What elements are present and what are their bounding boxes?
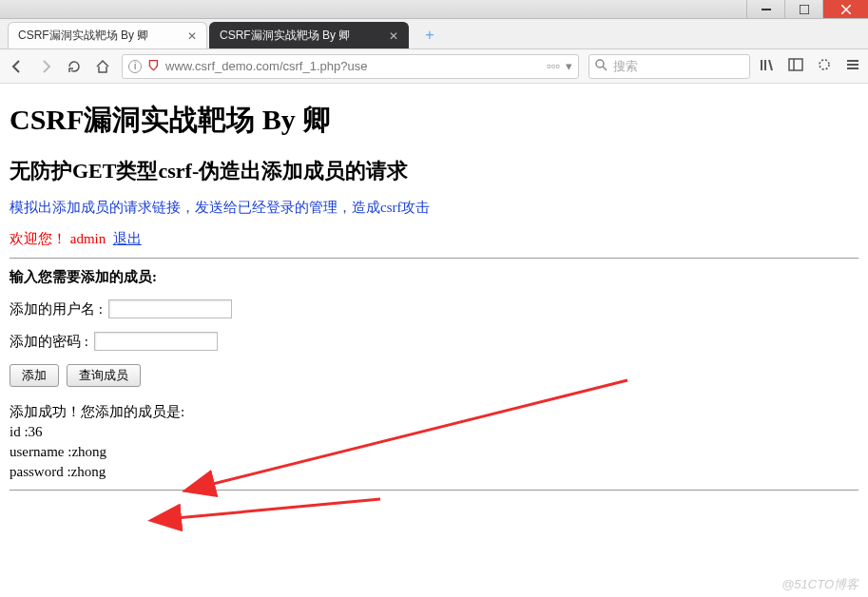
close-icon[interactable]: ✕ [187, 29, 197, 43]
svg-rect-0 [762, 9, 771, 10]
password-label: 添加的密码 : [10, 333, 88, 351]
form-title: 输入您需要添加的成员: [10, 268, 858, 286]
tab-title: CSRF漏洞实战靶场 By 卿 [220, 28, 350, 44]
home-button[interactable] [93, 59, 112, 74]
page-content: CSRF漏洞实战靶场 By 卿 无防护GET类型csrf-伪造出添加成员的请求 … [0, 84, 868, 504]
browser-tab-inactive[interactable]: CSRF漏洞实战靶场 By 卿 ✕ [209, 22, 409, 48]
security-warning-icon: ⛉ [147, 59, 160, 73]
page-action-icon[interactable]: ▫▫▫ [547, 59, 560, 73]
page-subtitle: 无防护GET类型csrf-伪造出添加成员的请求 [10, 157, 858, 185]
page-title: CSRF漏洞实战靶场 By 卿 [10, 101, 858, 140]
extension-icon[interactable] [817, 57, 832, 75]
description-text: 模拟出添加成员的请求链接，发送给已经登录的管理，造成csrf攻击 [10, 199, 858, 217]
svg-point-11 [820, 60, 829, 69]
dropdown-icon[interactable]: ▾ [566, 59, 572, 73]
svg-rect-9 [789, 59, 802, 70]
forward-button[interactable] [36, 59, 55, 74]
result-block: 添加成功！您添加的成员是: id :36 username :zhong pas… [10, 402, 858, 482]
svg-rect-1 [800, 5, 809, 14]
info-icon[interactable]: i [128, 60, 142, 73]
welcome-user: admin [70, 231, 106, 246]
result-username-line: username :zhong [10, 442, 858, 462]
browser-tab-active[interactable]: CSRF漏洞实战靶场 By 卿 ✕ [8, 22, 207, 48]
new-tab-button[interactable]: + [416, 24, 443, 47]
password-input[interactable] [94, 332, 218, 351]
svg-line-8 [769, 60, 772, 70]
welcome-prefix: 欢迎您！ [10, 231, 70, 246]
window-maximize-button[interactable] [784, 0, 822, 18]
watermark: @51CTO博客 [781, 576, 858, 593]
username-input[interactable] [108, 299, 232, 318]
tab-title: CSRF漏洞实战靶场 By 卿 [18, 28, 148, 44]
window-titlebar [0, 0, 868, 19]
back-button[interactable] [8, 59, 27, 74]
search-box[interactable]: 搜索 [588, 54, 750, 79]
result-success: 添加成功！您添加的成员是: [10, 402, 858, 422]
result-id-line: id :36 [10, 422, 858, 442]
search-placeholder: 搜索 [613, 58, 638, 75]
search-icon [595, 59, 608, 74]
divider [10, 490, 858, 491]
logout-link[interactable]: 退出 [113, 231, 142, 246]
browser-tabs: CSRF漏洞实战靶场 By 卿 ✕ CSRF漏洞实战靶场 By 卿 ✕ + [0, 19, 868, 49]
svg-line-5 [603, 67, 607, 70]
sidebar-icon[interactable] [788, 57, 803, 75]
add-button[interactable]: 添加 [10, 364, 59, 387]
svg-point-4 [596, 60, 604, 67]
url-text: www.csrf_demo.com/csrf_1.php?use [165, 59, 541, 73]
url-bar[interactable]: i ⛉ www.csrf_demo.com/csrf_1.php?use ▫▫▫… [122, 54, 579, 79]
query-button[interactable]: 查询成员 [67, 364, 141, 387]
username-label: 添加的用户名 : [10, 300, 103, 318]
close-icon[interactable]: ✕ [389, 29, 398, 43]
library-icon[interactable] [760, 57, 775, 75]
menu-icon[interactable] [845, 57, 860, 75]
result-password-line: password :zhong [10, 462, 858, 482]
reload-button[interactable] [65, 59, 84, 74]
welcome-line: 欢迎您！ admin 退出 [10, 230, 858, 248]
browser-toolbar: i ⛉ www.csrf_demo.com/csrf_1.php?use ▫▫▫… [0, 49, 868, 84]
window-minimize-button[interactable] [746, 0, 784, 18]
window-close-button[interactable] [822, 0, 868, 18]
divider [10, 258, 858, 259]
